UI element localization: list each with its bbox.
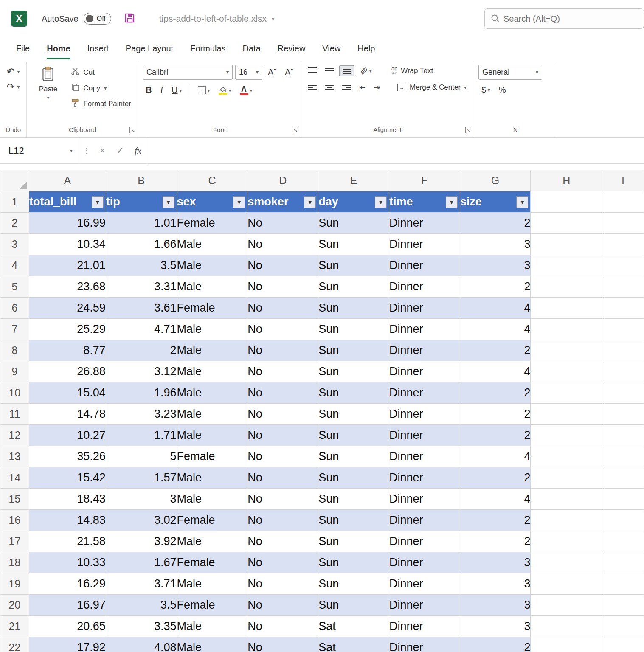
row-header-14[interactable]: 14 (0, 467, 29, 489)
row-header-17[interactable]: 17 (0, 531, 29, 552)
column-header-A[interactable]: A (29, 170, 106, 191)
row-header-11[interactable]: 11 (0, 404, 29, 425)
cell[interactable]: Female (177, 298, 247, 319)
cell[interactable]: 1.96 (106, 382, 177, 404)
fill-color-button[interactable]: ▾ (216, 84, 234, 96)
cell[interactable]: Sun (318, 573, 389, 595)
cell[interactable]: Female (177, 595, 247, 616)
cell[interactable]: Male (177, 404, 247, 425)
tab-file[interactable]: File (16, 37, 30, 59)
column-header-G[interactable]: G (460, 170, 531, 191)
cell[interactable]: No (247, 446, 318, 467)
row-header-9[interactable]: 9 (0, 361, 29, 382)
cell[interactable]: 5 (106, 446, 177, 467)
table-header-smoker[interactable]: smoker▾ (247, 191, 318, 213)
cell[interactable] (602, 552, 644, 573)
cell[interactable]: Sun (318, 489, 389, 510)
cell[interactable]: No (247, 616, 318, 637)
cell[interactable]: 10.33 (29, 552, 106, 573)
cell[interactable]: Sat (318, 637, 389, 652)
orientation-button[interactable]: ab ▾ (357, 65, 375, 76)
cell[interactable] (531, 340, 602, 361)
search-box[interactable] (484, 8, 644, 29)
cell[interactable]: Sun (318, 340, 389, 361)
cell[interactable]: 21.01 (29, 255, 106, 276)
cell[interactable]: 15.42 (29, 467, 106, 489)
cell[interactable]: 3 (460, 616, 531, 637)
cell[interactable]: No (247, 404, 318, 425)
cell[interactable]: 1.57 (106, 467, 177, 489)
borders-button[interactable]: ▾ (195, 84, 213, 96)
cell[interactable]: 2 (460, 276, 531, 298)
cell[interactable] (602, 213, 644, 234)
save-button[interactable] (124, 12, 135, 25)
font-size-select[interactable]: 16 ▾ (235, 65, 262, 80)
cell[interactable]: 3.35 (106, 616, 177, 637)
cell[interactable]: 2 (460, 213, 531, 234)
cell[interactable]: No (247, 382, 318, 404)
cell[interactable]: Dinner (389, 340, 460, 361)
search-input[interactable] (503, 14, 622, 24)
cell[interactable]: Dinner (389, 319, 460, 340)
row-header-1[interactable]: 1 (0, 191, 29, 213)
cell[interactable] (602, 319, 644, 340)
cell[interactable]: Dinner (389, 361, 460, 382)
column-header-E[interactable]: E (318, 170, 389, 191)
cell[interactable]: Sun (318, 382, 389, 404)
cell[interactable]: 18.43 (29, 489, 106, 510)
cell[interactable]: Sun (318, 467, 389, 489)
cell[interactable]: Male (177, 361, 247, 382)
cell[interactable]: No (247, 595, 318, 616)
column-header-C[interactable]: C (177, 170, 247, 191)
formula-bar-splitter[interactable]: ⋮ (79, 138, 93, 163)
cell[interactable] (602, 446, 644, 467)
cell[interactable] (531, 531, 602, 552)
tab-insert[interactable]: Insert (87, 37, 109, 59)
cell[interactable]: No (247, 361, 318, 382)
cell[interactable] (531, 276, 602, 298)
select-all-corner[interactable] (0, 170, 29, 191)
cell[interactable]: Sun (318, 213, 389, 234)
cell[interactable]: 3.5 (106, 255, 177, 276)
cell[interactable]: No (247, 276, 318, 298)
cell[interactable]: Sun (318, 361, 389, 382)
cell[interactable]: 3 (460, 234, 531, 255)
cell[interactable]: 2 (460, 637, 531, 652)
cell[interactable]: Sun (318, 425, 389, 446)
merge-center-button[interactable]: ↔ Merge & Center ▾ (394, 82, 470, 93)
cell[interactable] (531, 595, 602, 616)
cell[interactable] (531, 510, 602, 531)
cell[interactable]: No (247, 573, 318, 595)
cell[interactable]: No (247, 467, 318, 489)
cell[interactable]: Female (177, 552, 247, 573)
row-header-18[interactable]: 18 (0, 552, 29, 573)
excel-app-icon[interactable]: X (11, 11, 27, 27)
cell[interactable]: No (247, 552, 318, 573)
cell[interactable] (602, 382, 644, 404)
font-color-button[interactable]: A ▾ (237, 84, 256, 97)
cell[interactable]: Male (177, 382, 247, 404)
align-bottom-button[interactable] (339, 65, 354, 76)
cell[interactable]: 17.92 (29, 637, 106, 652)
cell[interactable] (531, 319, 602, 340)
cell[interactable]: 10.27 (29, 425, 106, 446)
copy-button[interactable]: Copy ▾ (68, 81, 133, 95)
cell[interactable]: No (247, 298, 318, 319)
cell[interactable] (602, 191, 644, 213)
cell[interactable]: No (247, 234, 318, 255)
cancel-button[interactable]: × (93, 138, 111, 163)
cell[interactable] (602, 637, 644, 652)
row-header-22[interactable]: 22 (0, 637, 29, 652)
cell[interactable]: Dinner (389, 213, 460, 234)
table-header-time[interactable]: time▾ (389, 191, 460, 213)
table-header-sex[interactable]: sex▾ (177, 191, 247, 213)
row-header-15[interactable]: 15 (0, 489, 29, 510)
cell[interactable]: 3.02 (106, 510, 177, 531)
cell[interactable]: 26.88 (29, 361, 106, 382)
cell[interactable]: No (247, 489, 318, 510)
cell[interactable] (602, 573, 644, 595)
cell[interactable]: Female (177, 213, 247, 234)
cell[interactable]: 2 (106, 340, 177, 361)
cell[interactable]: 4 (460, 319, 531, 340)
paste-button[interactable]: Paste ▾ (31, 64, 65, 111)
